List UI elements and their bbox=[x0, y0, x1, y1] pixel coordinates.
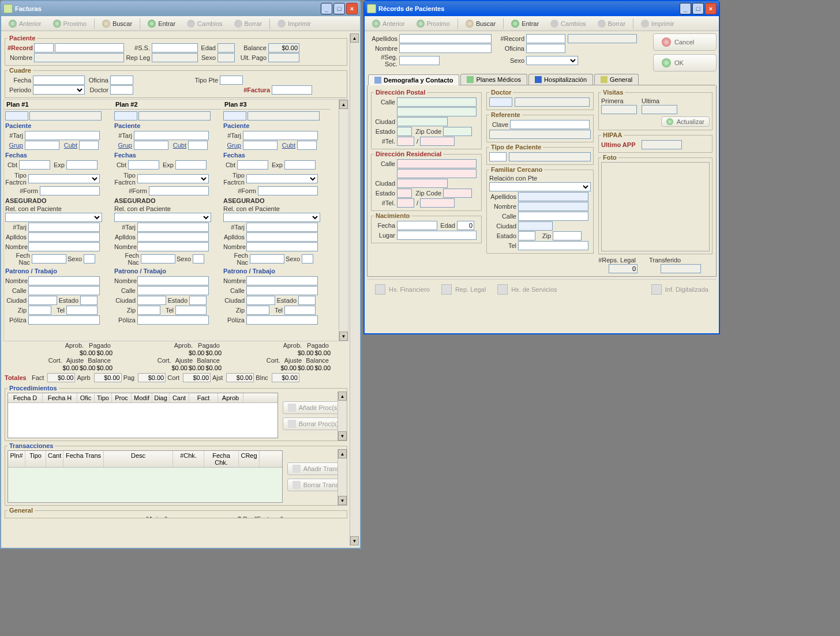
cubt-input[interactable] bbox=[188, 141, 208, 150]
dp-calle-input[interactable] bbox=[397, 97, 477, 107]
maximize-button[interactable]: □ bbox=[692, 3, 704, 14]
ss-input[interactable] bbox=[152, 43, 198, 52]
record-input-2[interactable] bbox=[55, 43, 124, 52]
aseg-sexo-input[interactable] bbox=[84, 254, 95, 264]
aseg-nombre-input[interactable] bbox=[246, 242, 318, 251]
pat-zip-input[interactable] bbox=[246, 306, 269, 315]
close-button[interactable]: × bbox=[705, 3, 717, 14]
dr-estado-input[interactable] bbox=[397, 189, 412, 198]
pat-ciudad-input[interactable] bbox=[137, 296, 166, 305]
fecha-input[interactable] bbox=[33, 76, 85, 85]
doctor-name-input[interactable] bbox=[515, 97, 590, 107]
trans-col-header[interactable]: #Chk. bbox=[173, 451, 204, 467]
scroll-down-icon[interactable]: ▼ bbox=[338, 431, 347, 441]
proc-col-header[interactable]: Diag bbox=[152, 393, 170, 402]
periodo-select[interactable] bbox=[33, 85, 85, 95]
exp-input[interactable] bbox=[66, 160, 97, 170]
dr-zip-input[interactable] bbox=[443, 189, 472, 198]
pat-nombre-input[interactable] bbox=[137, 276, 209, 285]
pat-calle-input[interactable] bbox=[246, 286, 318, 295]
dp-calle2-input[interactable] bbox=[397, 107, 477, 116]
dp-ciudad-input[interactable] bbox=[397, 117, 448, 126]
tab-planes[interactable]: Planes Médicos bbox=[460, 74, 527, 85]
dr-ciudad-input[interactable] bbox=[397, 179, 448, 188]
trans-col-header[interactable]: Fecha Trans bbox=[63, 451, 104, 467]
proc-col-header[interactable]: Fecha D bbox=[8, 393, 43, 402]
dp-zip-input[interactable] bbox=[443, 127, 472, 136]
cbt-input[interactable] bbox=[128, 160, 159, 170]
nac-lugar-input[interactable] bbox=[397, 231, 477, 240]
maximize-button[interactable]: □ bbox=[333, 3, 345, 14]
form-input[interactable] bbox=[149, 186, 209, 195]
tarj-input[interactable] bbox=[243, 131, 318, 140]
proc-col-header[interactable]: Fecha H bbox=[43, 393, 77, 402]
scroll-up-icon[interactable]: ▲ bbox=[339, 100, 348, 109]
scroll-up-icon[interactable]: ▲ bbox=[338, 392, 347, 401]
buscar-button[interactable]: Buscar bbox=[460, 18, 501, 29]
tipopte-code-input[interactable] bbox=[489, 152, 507, 161]
dr-tel1-input[interactable] bbox=[397, 198, 414, 208]
nac-fecha-input[interactable] bbox=[397, 221, 437, 230]
fam-estado-input[interactable] bbox=[518, 231, 535, 240]
pat-calle-input[interactable] bbox=[137, 286, 209, 295]
dr-calle2-input[interactable] bbox=[397, 169, 477, 178]
trans-col-header[interactable]: Fecha Chk. bbox=[204, 451, 239, 467]
proc-scrollbar[interactable]: ▲▼ bbox=[337, 392, 347, 441]
grup-link[interactable]: Grup bbox=[114, 142, 134, 149]
pat-zip-input[interactable] bbox=[137, 306, 160, 315]
fam-calle-input[interactable] bbox=[518, 212, 588, 221]
nombre-input[interactable] bbox=[34, 53, 124, 62]
plan-name-input[interactable] bbox=[29, 111, 102, 121]
pat-nombre-input[interactable] bbox=[246, 276, 318, 285]
aseg-fechnac-input[interactable] bbox=[32, 254, 66, 264]
aseg-sexo-input[interactable] bbox=[193, 254, 204, 264]
tab-general[interactable]: General bbox=[594, 74, 639, 85]
cbt-input[interactable] bbox=[19, 160, 50, 170]
titlebar[interactable]: Récords de Pacientes _ □ × bbox=[365, 1, 719, 16]
sexo-input[interactable] bbox=[217, 53, 235, 62]
dp-tel1-input[interactable] bbox=[397, 137, 414, 146]
exp-input[interactable] bbox=[284, 160, 316, 170]
rel-select[interactable] bbox=[5, 213, 102, 222]
aseg-tarj-input[interactable] bbox=[28, 223, 100, 232]
plan-name-input[interactable] bbox=[138, 111, 211, 121]
scroll-down-icon[interactable]: ▼ bbox=[339, 332, 348, 341]
cubt-input[interactable] bbox=[297, 141, 317, 150]
fam-tel-input[interactable] bbox=[518, 241, 588, 250]
cbt-input[interactable] bbox=[237, 160, 268, 170]
plan-code-input[interactable] bbox=[5, 111, 28, 121]
pat-nombre-input[interactable] bbox=[28, 276, 100, 285]
fam-rel-select[interactable] bbox=[489, 182, 591, 191]
ok-button[interactable]: OK bbox=[653, 54, 717, 71]
minimize-button[interactable]: _ bbox=[321, 3, 332, 14]
tarj-input[interactable] bbox=[25, 131, 100, 140]
proc-col-header[interactable]: Tipo bbox=[95, 393, 112, 402]
minimize-button[interactable]: _ bbox=[680, 3, 691, 14]
scroll-down-icon[interactable]: ▼ bbox=[350, 536, 359, 545]
rel-select[interactable] bbox=[223, 213, 320, 222]
proc-col-header[interactable]: Ofic bbox=[77, 393, 95, 402]
cubt-link[interactable]: Cubt bbox=[59, 142, 79, 149]
factura-input[interactable] bbox=[272, 85, 312, 95]
aseg-apellidos-input[interactable] bbox=[28, 232, 100, 242]
dr-calle-input[interactable] bbox=[397, 159, 477, 168]
proc-col-header[interactable]: Cant bbox=[170, 393, 189, 402]
trans-tbody[interactable] bbox=[8, 468, 282, 502]
pat-zip-input[interactable] bbox=[28, 306, 51, 315]
aseg-nombre-input[interactable] bbox=[137, 242, 209, 251]
pat-estado-input[interactable] bbox=[189, 296, 207, 305]
actualizar-button[interactable]: Actualizar bbox=[661, 116, 710, 127]
cancel-button[interactable]: Cancel bbox=[653, 33, 717, 51]
grup-link[interactable]: Grup bbox=[5, 142, 25, 149]
plans-scrollbar[interactable]: ▲ ▼ bbox=[339, 100, 348, 341]
plan-code-input[interactable] bbox=[114, 111, 137, 121]
titlebar[interactable]: Facturas _ □ × bbox=[1, 1, 360, 16]
pat-ciudad-input[interactable] bbox=[28, 296, 57, 305]
oficina-input[interactable] bbox=[110, 76, 133, 85]
apellidos-input[interactable] bbox=[399, 34, 492, 43]
form-input[interactable] bbox=[258, 186, 318, 195]
tipofact-select[interactable] bbox=[246, 174, 318, 183]
proc-col-header[interactable]: Aprob bbox=[218, 393, 243, 402]
proc-col-header[interactable]: Proc bbox=[112, 393, 132, 402]
pat-tel-input[interactable] bbox=[284, 306, 316, 315]
